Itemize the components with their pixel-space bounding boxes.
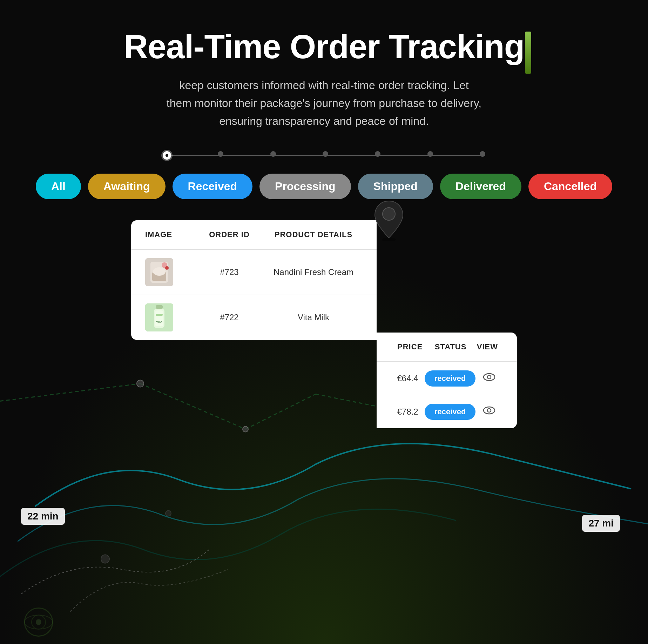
right-table-header: PRICE STATUS VIEW — [377, 333, 517, 362]
product-name-1: Nandini Fresh Cream — [264, 267, 363, 277]
milk-product-image: VITA — [145, 303, 173, 331]
svg-rect-23 — [156, 314, 163, 316]
svg-rect-22 — [155, 310, 163, 326]
distance-label-1: 22 min — [21, 508, 65, 525]
filter-buttons: All Awaiting Received Processing Shipped… — [36, 174, 612, 199]
filter-cancelled-button[interactable]: Cancelled — [528, 174, 612, 199]
view-button-2[interactable] — [475, 404, 503, 420]
title-container: Real-Time Order Tracking — [124, 28, 525, 65]
table-row: €78.2 received — [377, 395, 517, 428]
svg-point-12 — [36, 619, 41, 625]
col-header-price: PRICE — [391, 342, 429, 351]
progress-dot-7[interactable] — [480, 151, 485, 157]
product-name-2: Vita Milk — [264, 313, 363, 322]
svg-point-30 — [383, 208, 395, 220]
table-row: €64.4 received — [377, 362, 517, 395]
progress-dot-2[interactable] — [218, 151, 223, 157]
progress-dot-5[interactable] — [375, 151, 380, 157]
col-header-details: PRODUCT DETAILS — [264, 230, 363, 239]
progress-dot-3[interactable] — [270, 151, 276, 157]
order-table-right: PRICE STATUS VIEW €64.4 received — [377, 333, 517, 428]
svg-point-27 — [484, 407, 495, 414]
product-image-1 — [145, 258, 194, 286]
eye-icon-2[interactable] — [483, 405, 495, 420]
status-badge-1: received — [425, 370, 475, 387]
svg-point-7 — [101, 555, 109, 563]
page-title: Real-Time Order Tracking — [124, 28, 525, 65]
map-pin — [373, 199, 405, 243]
col-header-view: VIEW — [472, 342, 503, 351]
progress-bar — [163, 151, 485, 160]
svg-point-28 — [487, 409, 491, 412]
product-image-2: VITA — [145, 303, 194, 331]
order-table-left: IMAGE ORDER ID PRODUCT DETAILS — [131, 220, 377, 340]
progress-dots — [163, 151, 485, 160]
svg-point-16 — [153, 267, 166, 276]
tables-container: IMAGE ORDER ID PRODUCT DETAILS — [131, 220, 517, 428]
distance-label-2: 27 mi — [582, 515, 620, 532]
svg-point-26 — [487, 375, 491, 379]
view-button-1[interactable] — [475, 371, 503, 387]
svg-point-18 — [165, 266, 169, 270]
filter-shipped-button[interactable]: Shipped — [358, 174, 433, 199]
progress-dot-6[interactable] — [427, 151, 433, 157]
svg-rect-20 — [156, 305, 163, 309]
filter-all-button[interactable]: All — [36, 174, 81, 199]
price-2: €78.2 — [391, 407, 425, 417]
svg-point-25 — [484, 374, 495, 381]
filter-delivered-button[interactable]: Delivered — [440, 174, 521, 199]
svg-text:VITA: VITA — [156, 320, 162, 323]
filter-received-button[interactable]: Received — [173, 174, 253, 199]
left-table-header: IMAGE ORDER ID PRODUCT DETAILS — [131, 220, 377, 250]
filter-awaiting-button[interactable]: Awaiting — [88, 174, 166, 199]
cream-product-image — [145, 258, 173, 286]
status-badge-2: received — [425, 404, 475, 420]
price-1: €64.4 — [391, 374, 425, 383]
col-header-orderid: ORDER ID — [194, 230, 264, 239]
col-header-image: IMAGE — [145, 230, 194, 239]
title-accent-bar — [525, 32, 531, 74]
svg-point-8 — [166, 510, 171, 516]
eye-icon-1[interactable] — [483, 372, 495, 386]
progress-dot-1[interactable] — [163, 151, 171, 160]
order-id-2: #722 — [194, 313, 264, 322]
table-row: #723 Nandini Fresh Cream — [131, 250, 377, 295]
progress-dot-4[interactable] — [323, 151, 328, 157]
col-header-status: STATUS — [429, 342, 472, 351]
filter-processing-button[interactable]: Processing — [259, 174, 351, 199]
page-subtitle: keep customers informed with real-time o… — [166, 76, 482, 130]
order-id-1: #723 — [194, 267, 264, 277]
table-row: VITA #722 Vita Milk — [131, 295, 377, 340]
